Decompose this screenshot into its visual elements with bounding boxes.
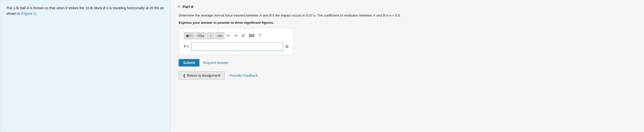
answer-input[interactable] xyxy=(191,42,283,51)
answer-box: ▣√□ ΑΣφ ↕ vec ↩ ↪ ↺ ⌨ ? F = lb xyxy=(179,28,294,55)
var-a2: A xyxy=(259,14,262,17)
var-b: B xyxy=(103,6,106,10)
collapse-icon[interactable]: ▼ xyxy=(178,5,181,8)
return-to-assignment-button[interactable]: ❮ Return to Assignment xyxy=(179,72,225,80)
action-row: Submit Request Answer xyxy=(179,59,636,66)
input-row: F = lb xyxy=(184,42,288,51)
express-text: Express your answer in pounds to three s… xyxy=(179,21,636,24)
part-title: Part A xyxy=(183,4,194,9)
problem-panel: The 1-lb ball A is thrown so that when i… xyxy=(0,0,170,132)
help-btn[interactable]: ? xyxy=(257,32,262,39)
var-b2: B xyxy=(269,14,271,17)
var-a: A xyxy=(27,6,29,10)
vector-btn[interactable]: vec xyxy=(215,32,224,39)
solution-panel: ▼ Part A Determine the average normal fo… xyxy=(170,0,644,132)
problem-text: The 1-lb ball A is thrown so that when i… xyxy=(6,5,164,16)
var-b3: B xyxy=(383,14,385,17)
math-toolbar: ▣√□ ΑΣφ ↕ vec ↩ ↪ ↺ ⌨ ? xyxy=(184,32,288,39)
greek-symbols-btn[interactable]: ΑΣφ xyxy=(196,32,206,39)
submit-button[interactable]: Submit xyxy=(179,59,199,66)
bottom-row: ❮ Return to Assignment Provide Feedback xyxy=(179,72,636,80)
unit-label: lb xyxy=(286,44,288,48)
keyboard-btn[interactable]: ⌨ xyxy=(247,32,256,39)
period: . xyxy=(36,12,37,16)
question-text: Determine the average normal force exert… xyxy=(179,13,636,18)
provide-feedback-link[interactable]: Provide Feedback xyxy=(230,74,258,78)
var-a3: A xyxy=(373,14,375,17)
refresh-btn[interactable]: ↺ xyxy=(240,32,246,39)
undo-btn[interactable]: ↩ xyxy=(225,32,232,39)
superscript-btn[interactable]: ↕ xyxy=(207,32,214,39)
redo-btn[interactable]: ↪ xyxy=(233,32,239,39)
figure-link[interactable]: (Figure 1) xyxy=(21,12,36,16)
request-answer-link[interactable]: Request Answer xyxy=(203,61,228,65)
equation-label: F = xyxy=(184,44,189,48)
part-header: ▼ Part A xyxy=(178,4,636,9)
fraction-sqrt-btn[interactable]: ▣√□ xyxy=(184,32,195,39)
